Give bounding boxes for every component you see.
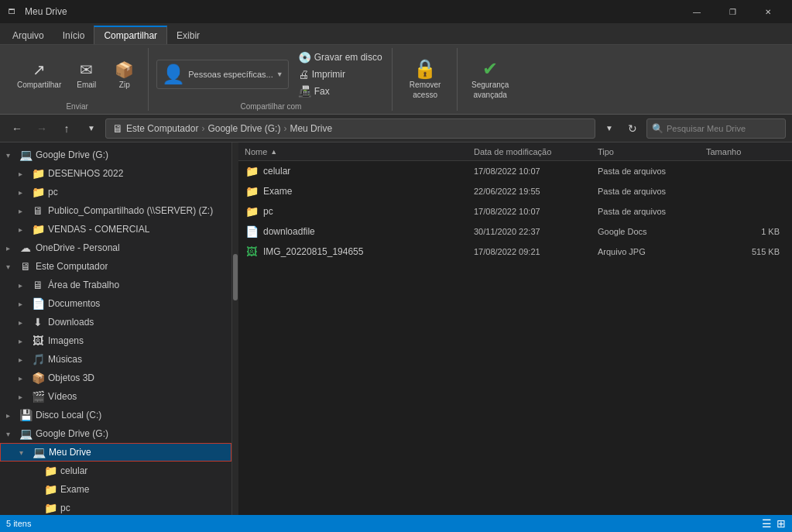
expand-icon: ▸ xyxy=(19,355,28,364)
sidebar-item-documentos[interactable]: ▸📄Documentos xyxy=(0,294,231,313)
header-data[interactable]: Data de modificação xyxy=(471,147,595,156)
email-button[interactable]: ✉ Email xyxy=(69,57,104,92)
breadcrumb-google-drive[interactable]: Google Drive (G:) xyxy=(206,123,282,134)
file-date: 17/08/2022 10:07 xyxy=(471,166,595,176)
item-count: 5 itens xyxy=(6,519,31,528)
seguranca-button[interactable]: ✔ Segurançaavançada xyxy=(465,55,516,103)
header-nome[interactable]: Nome ▲ xyxy=(238,147,471,156)
file-name-text: pc xyxy=(263,206,273,217)
enviar-buttons: ↗ Compartilhar ✉ Email 📦 Zip xyxy=(12,48,142,101)
tab-arquivo[interactable]: Arquivo xyxy=(3,26,53,44)
file-name-text: downloadfile xyxy=(263,226,315,237)
breadcrumb-computador[interactable]: Este Computador xyxy=(125,123,200,134)
seguranca-buttons: ✔ Segurançaavançada xyxy=(465,48,516,109)
maximize-button[interactable]: ❐ xyxy=(715,0,750,23)
sort-icon: ▲ xyxy=(270,148,277,156)
status-right: ☰ ⊞ xyxy=(762,517,786,530)
expand-icon: ▸ xyxy=(19,318,28,327)
window-title: Meu Drive xyxy=(25,6,674,17)
up-button[interactable]: ↑ xyxy=(56,118,77,139)
sidebar-item-este-computador[interactable]: ▾🖥Este Computador xyxy=(0,257,231,276)
file-date: 22/06/2022 19:55 xyxy=(471,187,595,196)
close-button[interactable]: ✕ xyxy=(750,0,786,23)
sidebar-item-videos[interactable]: ▸🎬Vídeos xyxy=(0,387,231,406)
tab-inicio[interactable]: Início xyxy=(53,26,94,44)
sidebar-item-vendas[interactable]: ▸📁VENDAS - COMERCIAL xyxy=(0,220,231,239)
fax-icon: 📠 xyxy=(298,85,311,98)
filelist-header: Nome ▲ Data de modificação Tipo Tamanho xyxy=(238,142,792,161)
sidebar-scrollbar[interactable] xyxy=(232,142,238,515)
sidebar-item-pc-folder[interactable]: ▸📁pc xyxy=(0,183,231,201)
refresh-button[interactable]: ↻ xyxy=(622,118,643,139)
sidebar-item-onedrive[interactable]: ▸☁OneDrive - Personal xyxy=(0,239,231,257)
zip-icon: 📦 xyxy=(115,60,134,79)
file-row[interactable]: 📁Exame22/06/2022 19:55Pasta de arquivos xyxy=(238,181,792,201)
sidebar-item-label: Documentos xyxy=(48,298,100,309)
expand-address-button[interactable]: ▼ xyxy=(598,118,620,139)
file-row[interactable]: 📄downloadfile30/11/2020 22:37Google Docs… xyxy=(238,221,792,242)
folder-icon: 🖥 xyxy=(19,260,33,273)
tab-exibir[interactable]: Exibir xyxy=(167,26,209,44)
sidebar-item-google-drive-root[interactable]: ▾💻Google Drive (G:) xyxy=(0,146,231,164)
window-icon: 🗔 xyxy=(6,6,17,17)
sidebar-item-musicas[interactable]: ▸🎵Músicas xyxy=(0,350,231,369)
imprimir-button[interactable]: 🖨 Imprimir xyxy=(295,67,386,82)
sidebar-item-publico[interactable]: ▸🖥Publico_Compartilhado (\\SERVER) (Z:) xyxy=(0,201,231,220)
sidebar-item-area-trabalho[interactable]: ▸🖥Área de Trabalho xyxy=(0,276,231,294)
gravar-button[interactable]: 💿 Gravar em disco xyxy=(295,50,386,65)
sidebar-item-label: Disco Local (C:) xyxy=(36,410,101,420)
imprimir-icon: 🖨 xyxy=(298,68,309,81)
sidebar-item-meu-drive[interactable]: ▾💻Meu Drive xyxy=(0,443,231,462)
sidebar-item-downloads[interactable]: ▸⬇Downloads xyxy=(0,313,231,331)
people-btn-top: 👤 Pessoas específicas... ▼ xyxy=(162,63,283,85)
imprimir-label: Imprimir xyxy=(312,69,345,80)
header-tamanho[interactable]: Tamanho xyxy=(703,147,792,156)
sidebar-item-desenhos[interactable]: ▸📁DESENHOS 2022 xyxy=(0,164,231,183)
sidebar-item-imagens[interactable]: ▸🖼Imagens xyxy=(0,331,231,350)
expand-icon: ▾ xyxy=(19,448,29,457)
sidebar-item-celular[interactable]: 📁celular xyxy=(0,462,231,480)
minimize-button[interactable]: — xyxy=(679,0,715,23)
sidebar-item-disco-local[interactable]: ▸💾Disco Local (C:) xyxy=(0,406,231,424)
sidebar-item-google-drive-g[interactable]: ▾💻Google Drive (G:) xyxy=(0,424,231,443)
list-view-button[interactable]: ☰ xyxy=(762,517,772,530)
file-size: 1 KB xyxy=(703,227,792,236)
file-icon: 🖼 xyxy=(245,245,259,258)
status-bar: 5 itens ☰ ⊞ xyxy=(0,515,792,532)
back-button[interactable]: ← xyxy=(6,118,28,139)
fax-button[interactable]: 📠 Fax xyxy=(295,84,386,99)
sidebar-scroll-thumb xyxy=(233,254,238,300)
sidebar-item-pc-sub[interactable]: 📁pc xyxy=(0,499,231,515)
folder-icon: 🖥 xyxy=(31,279,45,291)
remover-button[interactable]: 🔒 Removeracesso xyxy=(400,55,451,103)
zip-button[interactable]: 📦 Zip xyxy=(107,57,142,92)
remover-buttons: 🔒 Removeracesso xyxy=(400,48,451,109)
share-label: Compartilhar xyxy=(17,81,61,89)
search-box[interactable]: 🔍 Pesquisar Meu Drive xyxy=(646,118,786,139)
file-type: Arquivo JPG xyxy=(595,247,703,256)
forward-button[interactable]: → xyxy=(31,118,53,139)
people-button[interactable]: 👤 Pessoas específicas... ▼ xyxy=(156,60,288,89)
header-tipo[interactable]: Tipo xyxy=(595,147,703,156)
folder-icon: 📁 xyxy=(43,502,57,514)
folder-icon: 🎬 xyxy=(31,390,45,403)
file-row[interactable]: 📁pc17/08/2022 10:07Pasta de arquivos xyxy=(238,201,792,221)
file-type: Pasta de arquivos xyxy=(595,187,703,196)
title-controls: — ❐ ✕ xyxy=(679,0,786,23)
file-name-cell: 🖼IMG_20220815_194655 xyxy=(238,245,471,258)
file-row[interactable]: 📁celular17/08/2022 10:07Pasta de arquivo… xyxy=(238,161,792,181)
down-arrow-button[interactable]: ▼ xyxy=(81,118,102,139)
address-path[interactable]: 🖥 Este Computador › Google Drive (G:) › … xyxy=(105,118,595,139)
file-row[interactable]: 🖼IMG_20220815_19465517/08/2022 09:21Arqu… xyxy=(238,242,792,262)
tab-compartilhar[interactable]: Compartilhar xyxy=(94,26,167,44)
expand-icon: ▸ xyxy=(19,393,28,401)
grid-view-button[interactable]: ⊞ xyxy=(777,517,786,530)
sidebar-item-label: Imagens xyxy=(48,335,84,346)
share-button[interactable]: ↗ Compartilhar xyxy=(12,57,66,92)
people-icon: 👤 xyxy=(162,63,185,85)
file-name-text: Exame xyxy=(263,186,292,197)
sidebar-item-objetos3d[interactable]: ▸📦Objetos 3D xyxy=(0,369,231,387)
sidebar-item-exame[interactable]: 📁Exame xyxy=(0,480,231,499)
breadcrumb-meu-drive[interactable]: Meu Drive xyxy=(288,123,334,134)
folder-icon: 💻 xyxy=(19,427,33,440)
